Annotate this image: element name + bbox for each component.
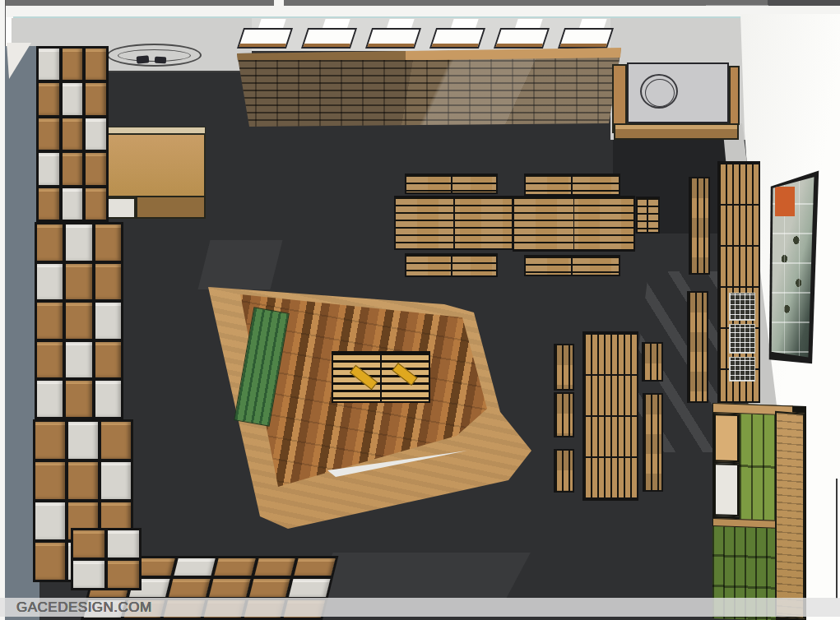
service-counter bbox=[612, 61, 740, 141]
display-bench-vertical bbox=[642, 342, 663, 382]
shelf-cube-wood bbox=[63, 49, 83, 80]
shelf-cube-wood bbox=[63, 118, 83, 150]
display-bench-vertical bbox=[643, 393, 663, 492]
shelf-wood-side-panel bbox=[775, 411, 805, 619]
shelf-cube-wood bbox=[66, 303, 91, 339]
shelf-cube-wood bbox=[73, 530, 104, 558]
wall-slat-shelf bbox=[689, 177, 710, 275]
watermark-text: GACEDESIGN.COM bbox=[16, 599, 152, 616]
shelf-cube-white bbox=[66, 342, 91, 378]
yellow-stool bbox=[350, 365, 378, 390]
shelf-cube-wood bbox=[39, 83, 59, 114]
reception-desk bbox=[93, 127, 208, 222]
skylight-frame bbox=[494, 28, 550, 49]
mesh-basket bbox=[729, 293, 755, 321]
shelf-cube-wood bbox=[86, 153, 106, 184]
counter-wood-strip bbox=[729, 66, 740, 125]
shelf-cube-white bbox=[37, 264, 63, 300]
reading-platform bbox=[206, 280, 535, 534]
lounge-chair bbox=[155, 57, 167, 64]
mesh-basket bbox=[729, 357, 755, 382]
skylight-frame bbox=[429, 28, 485, 49]
shelf-cube-white bbox=[95, 381, 121, 417]
watermark-bar: GACEDESIGN.COM GACEDESIGN.COM GACEDESIGN… bbox=[0, 598, 840, 617]
platform-display-table bbox=[332, 351, 430, 403]
shelf-cube-white bbox=[95, 303, 121, 339]
skylight-frame bbox=[365, 28, 421, 49]
display-bench bbox=[524, 255, 620, 276]
yellow-stool bbox=[392, 363, 417, 386]
poster-artwork bbox=[770, 175, 818, 361]
shelf-cube-white bbox=[174, 558, 216, 576]
green-panel-upper bbox=[740, 414, 776, 522]
shelf-cube-wood bbox=[66, 381, 91, 417]
shelf-cube-wood bbox=[95, 224, 121, 261]
shelf-white-cell bbox=[714, 463, 739, 516]
display-table bbox=[513, 196, 635, 252]
shelf-cube-white bbox=[108, 530, 139, 558]
shelf-cube-white bbox=[73, 561, 104, 588]
shelf-cube-wood bbox=[169, 579, 210, 596]
shelf-cube-wood bbox=[95, 264, 121, 300]
mesh-basket bbox=[729, 324, 755, 354]
floor-rug bbox=[107, 44, 202, 67]
shelf-cube-white bbox=[63, 83, 83, 114]
shelf-cube-wood bbox=[35, 543, 65, 580]
shelf-cube-wood bbox=[101, 422, 131, 459]
shelf-cube-white bbox=[37, 381, 63, 417]
counter-basin-inner-circle bbox=[645, 79, 675, 107]
display-table-vertical bbox=[582, 331, 638, 501]
shelf-cube-white bbox=[39, 153, 59, 184]
lounge-chair bbox=[137, 55, 150, 64]
shelf-cube-white bbox=[86, 118, 106, 150]
shelf-cube-wood bbox=[35, 422, 65, 459]
counter-front bbox=[614, 123, 739, 140]
display-bench bbox=[524, 174, 620, 196]
top-wall-band bbox=[5, 6, 840, 17]
shelf-cube-white bbox=[35, 502, 65, 539]
shelf-cube-white bbox=[68, 422, 98, 459]
poster-orange-square bbox=[775, 187, 795, 216]
cube-shelf-segment bbox=[35, 222, 123, 419]
shelf-cube-wood bbox=[86, 188, 106, 220]
display-bench bbox=[636, 197, 660, 234]
wall-slat-shelf bbox=[687, 291, 708, 403]
shelf-cube-wood bbox=[37, 224, 63, 261]
shelf-cube-wood bbox=[209, 579, 250, 596]
desk-body bbox=[93, 133, 206, 197]
shelf-cube-wood bbox=[86, 83, 106, 114]
render-canvas: GACEDESIGN.COM GACEDESIGN.COM GACEDESIGN… bbox=[0, 0, 840, 620]
green-locker-shelf bbox=[712, 403, 806, 620]
shelf-cube-white bbox=[66, 224, 91, 261]
shelf-cube-wood bbox=[68, 462, 98, 499]
display-bench-vertical bbox=[554, 449, 574, 493]
shelf-cube-wood bbox=[63, 153, 83, 184]
cube-shelf-segment bbox=[36, 46, 109, 222]
counter-top bbox=[627, 62, 729, 123]
shelf-cube-wood bbox=[214, 558, 255, 576]
shelf-cube-white bbox=[289, 579, 330, 596]
shelf-cube-wood bbox=[35, 462, 65, 499]
shelf-cube-white bbox=[63, 188, 83, 220]
shelf-cube-wood bbox=[66, 264, 91, 300]
floor-shadow-bottom bbox=[309, 553, 531, 599]
shelf-cube-white bbox=[101, 462, 131, 499]
right-wall-edge-line bbox=[836, 479, 838, 599]
desk-front bbox=[136, 196, 206, 219]
shelf-cube-wood bbox=[95, 342, 121, 378]
display-bench bbox=[405, 174, 498, 194]
shelf-cube-wood bbox=[37, 303, 63, 339]
skylight-frame bbox=[301, 28, 357, 49]
shelf-cube-wood bbox=[37, 342, 63, 378]
shelf-cube-wood bbox=[86, 49, 106, 80]
shelf-cube-wood bbox=[39, 118, 59, 150]
shelf-cube-wood bbox=[254, 558, 295, 576]
shelf-wood-cell bbox=[714, 414, 739, 462]
outside-top-strip-gap bbox=[274, 0, 284, 6]
shelf-cube-wood bbox=[39, 188, 59, 220]
shelf-cube-white bbox=[39, 49, 59, 80]
display-table bbox=[394, 196, 513, 250]
shelf-cube-wood bbox=[108, 561, 139, 588]
display-bench-vertical bbox=[554, 392, 574, 437]
skylight-frame bbox=[237, 28, 293, 49]
